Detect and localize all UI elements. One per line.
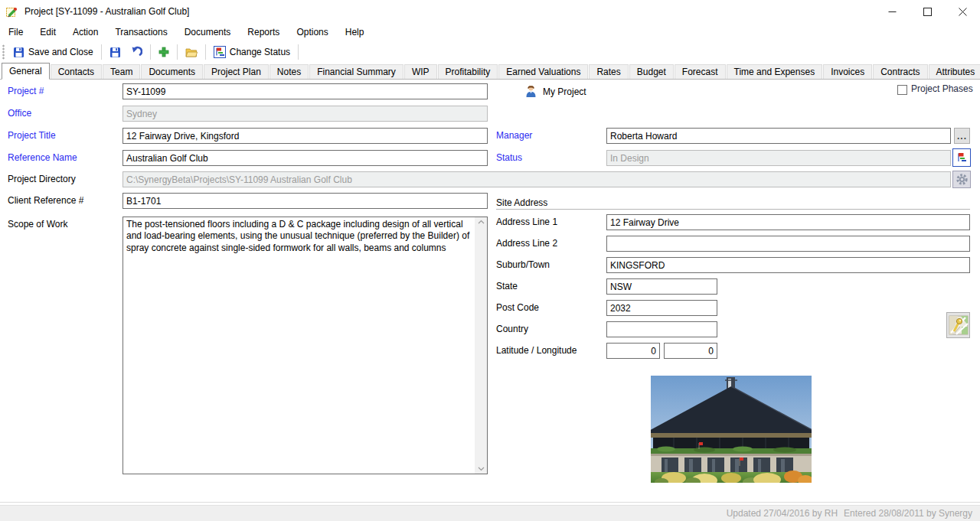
site-photo <box>651 376 812 483</box>
tab-financial-summary[interactable]: Financial Summary <box>309 64 403 79</box>
scroll-up-icon <box>478 220 485 224</box>
close-button[interactable] <box>945 0 980 23</box>
post-code-label: Post Code <box>496 300 539 316</box>
state-label: State <box>496 278 518 295</box>
tab-wip[interactable]: WIP <box>404 64 437 79</box>
change-status-label: Change Status <box>230 47 290 57</box>
toolbar-separator <box>205 44 206 60</box>
project-phases-label: Project Phases <box>911 83 973 95</box>
reference-name-input[interactable] <box>122 150 488 166</box>
save-button[interactable] <box>105 44 126 60</box>
change-status-button[interactable]: Change Status <box>209 44 295 60</box>
floppy-icon <box>13 47 24 58</box>
tab-rates[interactable]: Rates <box>589 64 628 79</box>
manager-browse-button[interactable]: ... <box>954 128 970 144</box>
suburb-label: Suburb/Town <box>496 257 550 273</box>
scope-of-work-label: Scope of Work <box>8 217 67 233</box>
tab-attributes[interactable]: Attributes <box>929 64 980 79</box>
menu-reports[interactable]: Reports <box>239 24 288 41</box>
lat-long-label: Latitude / Longitude <box>496 343 577 359</box>
app-icon <box>6 5 18 18</box>
scope-of-work-text: The post-tensioned floors including a D … <box>123 217 474 474</box>
gear-icon <box>956 173 969 186</box>
status-input <box>606 150 951 166</box>
tab-contracts[interactable]: Contracts <box>873 64 927 79</box>
address-line-2-label: Address Line 2 <box>496 236 557 252</box>
menu-documents[interactable]: Documents <box>176 24 240 41</box>
address-line-1-input[interactable] <box>606 214 970 230</box>
manager-label: Manager <box>496 128 532 144</box>
menu-options[interactable]: Options <box>288 24 336 41</box>
scrollbar[interactable] <box>475 217 487 474</box>
latitude-input[interactable] <box>606 343 660 359</box>
toolbar-separator <box>150 44 151 60</box>
title-bar[interactable]: Project [SY-11099 - Australian Golf Club… <box>0 0 980 23</box>
tab-general[interactable]: General <box>2 63 50 80</box>
project-title-input[interactable] <box>122 128 488 144</box>
toolbar-grip[interactable] <box>2 44 5 60</box>
status-bar: Updated 27/04/2016 by RH Entered 28/08/2… <box>0 505 980 521</box>
change-status-icon-button[interactable] <box>952 148 971 167</box>
client-reference-label: Client Reference # <box>8 193 83 209</box>
address-line-1-label: Address Line 1 <box>496 214 557 230</box>
tab-documents[interactable]: Documents <box>141 64 203 79</box>
manager-input[interactable] <box>606 128 951 144</box>
project-directory-label: Project Directory <box>8 171 76 187</box>
reference-name-label: Reference Name <box>8 150 77 166</box>
user-icon <box>524 84 537 100</box>
address-line-2-input[interactable] <box>606 236 970 252</box>
map-button[interactable] <box>946 312 970 338</box>
change-status-icon <box>956 151 968 164</box>
change-status-icon <box>214 46 226 58</box>
tab-team[interactable]: Team <box>103 64 140 79</box>
menu-help[interactable]: Help <box>337 24 373 41</box>
save-and-close-button[interactable]: Save and Close <box>8 44 98 60</box>
entered-text: Entered 28/08/2011 by Synergy <box>844 508 972 519</box>
tab-notes[interactable]: Notes <box>270 64 309 79</box>
map-pin-icon <box>949 314 969 336</box>
plus-icon <box>158 47 169 57</box>
menu-action[interactable]: Action <box>64 24 106 41</box>
tab-earned-valuations[interactable]: Earned Valuations <box>498 64 588 79</box>
toolbar-separator <box>298 44 299 60</box>
updated-text: Updated 27/04/2016 by RH <box>727 508 838 519</box>
project-phases-checkbox[interactable] <box>897 85 907 95</box>
client-reference-input[interactable] <box>122 193 488 209</box>
tab-profitability[interactable]: Profitability <box>438 64 498 79</box>
post-code-input[interactable] <box>606 300 717 316</box>
menu-transactions[interactable]: Transactions <box>106 24 175 41</box>
project-number-input[interactable] <box>122 83 488 99</box>
country-input[interactable] <box>606 321 717 337</box>
minimize-button[interactable] <box>874 0 910 23</box>
office-input <box>122 106 488 122</box>
menu-bar: File Edit Action Transactions Documents … <box>0 23 980 41</box>
country-label: Country <box>496 321 528 337</box>
menu-file[interactable]: File <box>0 24 31 41</box>
longitude-input[interactable] <box>664 343 717 359</box>
tab-forecast[interactable]: Forecast <box>675 64 726 79</box>
floppy-icon <box>109 47 121 58</box>
undo-button[interactable] <box>126 44 147 60</box>
save-and-close-label: Save and Close <box>28 47 93 57</box>
suburb-input[interactable] <box>606 257 970 273</box>
open-folder-button[interactable] <box>181 44 202 60</box>
tab-strip: General Contacts Team Documents Project … <box>0 63 980 80</box>
project-title-label: Project Title <box>8 128 56 144</box>
toolbar: Save and Close <box>0 41 980 63</box>
window-title: Project [SY-11099 - Australian Golf Club… <box>24 6 189 17</box>
directory-settings-button[interactable] <box>952 171 971 188</box>
office-label: Office <box>8 106 31 122</box>
menu-edit[interactable]: Edit <box>31 24 64 41</box>
scroll-down-icon <box>478 467 485 471</box>
site-address-divider <box>496 209 970 210</box>
tab-budget[interactable]: Budget <box>629 64 674 79</box>
maximize-button[interactable] <box>910 0 945 23</box>
tab-contacts[interactable]: Contacts <box>51 64 102 79</box>
tab-project-plan[interactable]: Project Plan <box>204 64 269 79</box>
add-button[interactable] <box>154 44 174 60</box>
scope-of-work-textarea[interactable]: The post-tensioned floors including a D … <box>122 217 488 474</box>
state-input[interactable] <box>606 278 717 295</box>
tab-invoices[interactable]: Invoices <box>823 64 872 79</box>
tab-time-and-expenses[interactable]: Time and Expenses <box>727 64 823 79</box>
folder-icon <box>185 47 198 58</box>
